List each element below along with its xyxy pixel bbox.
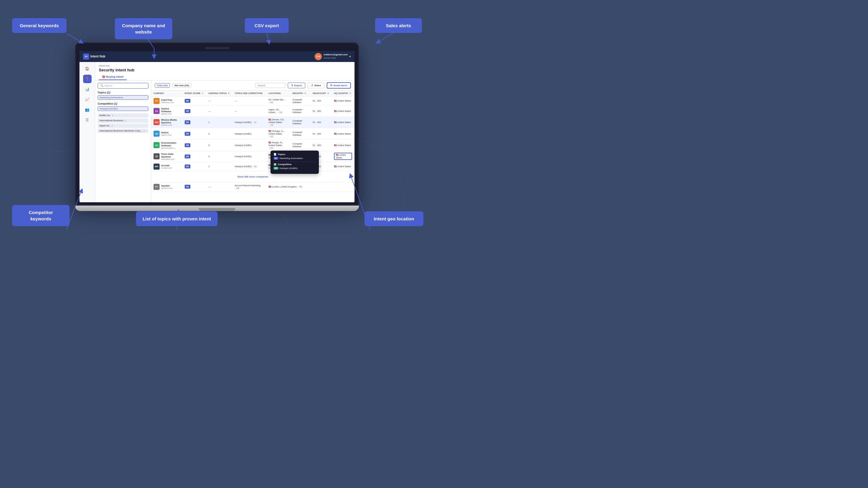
cell-country: 🇺🇸 United States <box>332 116 354 128</box>
tag-label: International Business Machines Corp... <box>99 129 142 132</box>
buying-intent-label: Buying intent <box>106 75 124 78</box>
cell-score: 95 <box>182 116 206 128</box>
cell-company: CT CaterTrax catertrax.com <box>151 96 182 105</box>
cell-surging: 1 <box>206 162 232 171</box>
label-list-of-topics: List of topics with proven intent <box>136 211 218 226</box>
cell-surging: — <box>206 105 232 116</box>
table-row[interactable]: MA eCredit ecredit.com <box>151 162 354 171</box>
company-logo: SY <box>154 184 160 190</box>
sidebar-icon-analytics[interactable]: 📈 <box>83 95 92 104</box>
topics-section-title: Topics (1) <box>98 91 148 94</box>
col-hq-country[interactable]: HQ COUNTRY ⇅ <box>332 91 354 96</box>
share-button[interactable]: ↗ Share <box>308 83 324 88</box>
sidebar-icon-menu[interactable]: ☰ <box>83 116 92 124</box>
remove-ibm[interactable]: × <box>143 129 145 132</box>
user-company: Acme Corp <box>324 57 347 60</box>
company-tag-netflix[interactable]: Netflix Inc. × <box>98 113 148 118</box>
remove-intl[interactable]: × <box>125 119 126 122</box>
company-details: eCredit ecredit.com <box>161 164 172 169</box>
competitive-filter-tag[interactable]: Hubspot (HUBS) <box>98 106 148 111</box>
table-row[interactable]: WM Wowza Media Systems wowza.com <box>151 116 354 128</box>
company-logo: WM <box>154 119 160 125</box>
laptop: IH Intent Hub OM erikbrox@gmail.com Acme… <box>75 42 359 211</box>
sidebar-icon-chart[interactable]: 📊 <box>83 85 92 93</box>
user-dropdown-icon[interactable]: ▾ <box>349 55 351 58</box>
cell-company: SY Symbio symbio.com <box>151 182 182 191</box>
cell-topics: — <box>232 105 266 116</box>
score-value: 95 <box>185 154 190 158</box>
table-row[interactable]: GS Greenshades Software greenshades.c... <box>151 140 354 151</box>
table-row[interactable]: CT CaterTrax catertrax.com <box>151 96 354 105</box>
email-alerts-label: Email alerts <box>334 84 347 87</box>
table-row[interactable]: AE Aetion aetion.com <box>151 128 354 140</box>
laptop-screen: IH Intent Hub OM erikbrox@gmail.com Acme… <box>80 51 354 202</box>
export-button[interactable]: ⬇ Export <box>288 83 305 88</box>
table-row[interactable]: TD Teton Data Systems tetondata.com <box>151 151 354 162</box>
net-new-badge[interactable]: Net new (1K) <box>172 83 191 88</box>
cell-topics: Hubspot (HUBS) <box>232 140 266 151</box>
col-surging-topics[interactable]: SURGING TOPICS ⇅ <box>206 91 232 96</box>
cell-score: 95 <box>182 151 206 162</box>
page-title: Security intent hub <box>99 68 351 72</box>
laptop-screen-outer: IH Intent Hub OM erikbrox@gmail.com Acme… <box>75 42 359 206</box>
col-intent-score[interactable]: INTENT SCORE ▼ <box>182 91 206 96</box>
col-headcount[interactable]: HEADCOUNT ⇅ <box>310 91 332 96</box>
company-tag-ibm[interactable]: International Business Machines Corp... … <box>98 129 148 133</box>
cell-surging: 0 <box>206 140 232 151</box>
cell-company: AE Aetion aetion.com <box>151 128 182 140</box>
remove-netflix[interactable]: × <box>112 114 113 117</box>
popup-competitive-title: 🏢 Competitive <box>274 163 316 166</box>
col-industry[interactable]: INDUSTRY ⇅ <box>290 91 310 96</box>
search-placeholder: Search <box>104 84 112 87</box>
sidebar-icon-home[interactable]: 🏠 <box>83 64 92 73</box>
data-table: COMPANY INTENT SCORE ▼ SURGING TOPICS ⇅ … <box>151 91 354 202</box>
cell-headcount: 51 - 200 <box>310 128 332 140</box>
col-topics-competitive[interactable]: TOPICS AND COMPETITIVE <box>232 91 266 96</box>
main-table-area: Total (1K) Net new (1K) ⬇ Export <box>151 81 354 202</box>
show-more-row[interactable]: Show 900 more companies <box>151 171 354 182</box>
cell-location: 🇺🇸 Denver, CO, United States +3 <box>266 116 290 128</box>
left-filter-panel: 🔍 Search Topics (1) Marketing Automation <box>95 81 151 202</box>
table-row[interactable]: SY Symbio symbio.com <box>151 182 354 191</box>
logo-icon: IH <box>83 54 89 60</box>
tag-label: International Business <box>99 119 123 122</box>
tab-buying-intent[interactable]: 🎯 Buying intent <box>99 74 127 80</box>
laptop-notch <box>205 47 229 49</box>
search-input[interactable] <box>255 83 285 88</box>
company-name: Xythos Software <box>161 107 180 113</box>
svg-line-3 <box>267 33 269 42</box>
companies-table: COMPANY INTENT SCORE ▼ SURGING TOPICS ⇅ … <box>151 91 354 192</box>
label-sales-alerts: Sales alerts <box>375 18 422 33</box>
user-avatar: OM <box>315 53 322 60</box>
tag-label: Netflix Inc. <box>99 114 111 117</box>
cell-industry: Computer Software <box>290 96 310 105</box>
popup-topics-item: 81 Marketing Automation <box>274 157 316 160</box>
company-tag-apple[interactable]: Apple Inc. × <box>98 124 148 128</box>
table-row[interactable]: XS Xythos Software xythos.com <box>151 105 354 116</box>
email-alerts-button[interactable]: ✉ Email alerts <box>327 82 351 89</box>
cell-topics: Hubspot (HUBS) +1 <box>232 116 266 128</box>
score-value: 95 <box>185 132 190 136</box>
col-company[interactable]: COMPANY <box>151 91 182 96</box>
company-logo: TD <box>154 153 160 159</box>
company-name: CaterTrax <box>161 98 174 101</box>
show-more-label[interactable]: Show 900 more companies <box>154 173 352 181</box>
user-info: erikbrox@gmail.com Acme Corp <box>324 53 347 60</box>
topics-filter-tag[interactable]: Marketing Automation <box>98 95 148 100</box>
topics-label: Topics <box>278 153 285 156</box>
cell-industry: Computer Software <box>290 116 310 128</box>
remove-apple[interactable]: × <box>112 124 113 127</box>
content-area: Intent hub Security intent hub 🎯 Buying … <box>95 62 354 202</box>
col-locations[interactable]: LOCATIONS <box>266 91 290 96</box>
company-tag-intl-business[interactable]: International Business × <box>98 119 148 123</box>
sidebar-icon-users[interactable]: 👥 <box>83 105 92 114</box>
total-badge[interactable]: Total (1K) <box>155 83 170 88</box>
cell-headcount: 51 - 200 <box>310 105 332 116</box>
cell-score: 00 <box>182 182 206 191</box>
sidebar-icon-location[interactable]: 📍 <box>83 75 92 83</box>
label-intent-geo: Intent geo location <box>365 211 424 226</box>
filter-search[interactable]: 🔍 Search <box>98 83 148 89</box>
competitive-section-title: Competitive (1) <box>98 102 148 105</box>
company-logo: AE <box>154 131 160 137</box>
company-details: Wowza Media Systems wowza.com <box>161 119 180 126</box>
